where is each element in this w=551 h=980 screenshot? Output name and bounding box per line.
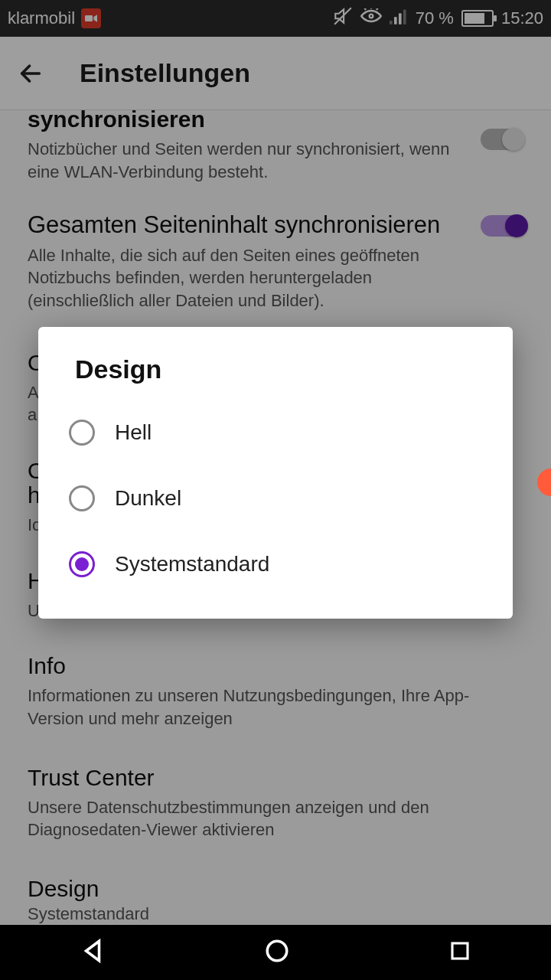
radio-option-systemstandard[interactable]: Systemstandard [38, 531, 513, 597]
radio-icon [69, 420, 95, 446]
svg-rect-12 [452, 943, 468, 959]
option-label: Dunkel [115, 486, 181, 511]
design-dialog: Design Hell Dunkel Systemstandard [38, 327, 513, 619]
nav-back-button[interactable] [80, 938, 106, 967]
nav-bar [0, 925, 551, 980]
radio-option-hell[interactable]: Hell [38, 400, 513, 466]
svg-point-11 [267, 941, 287, 961]
option-label: Hell [115, 420, 152, 445]
nav-home-button[interactable] [264, 938, 290, 967]
nav-recents-button[interactable] [448, 939, 471, 965]
screen: klarmobil 70 % 15:20 Einstellungen [0, 0, 551, 980]
radio-option-dunkel[interactable]: Dunkel [38, 466, 513, 531]
radio-icon [69, 551, 95, 577]
option-label: Systemstandard [115, 552, 269, 577]
dialog-title: Design [38, 354, 513, 400]
radio-icon [69, 485, 95, 511]
